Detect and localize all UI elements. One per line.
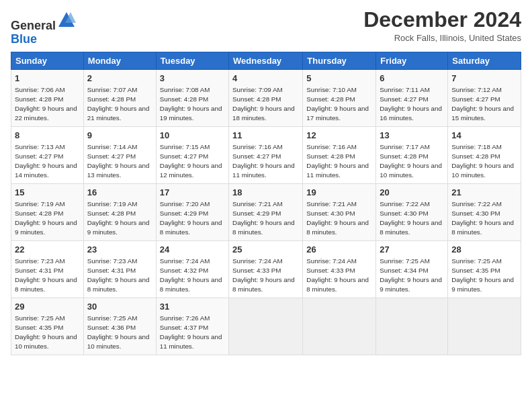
- calendar-day-cell: 18Sunrise: 7:21 AMSunset: 4:29 PMDayligh…: [229, 183, 303, 240]
- page-header: General Blue December 2024 Rock Falls, I…: [11, 8, 521, 46]
- calendar-day-cell: 2Sunrise: 7:07 AMSunset: 4:28 PMDaylight…: [83, 69, 156, 126]
- day-info: Sunrise: 7:25 AMSunset: 4:36 PMDaylight:…: [87, 314, 152, 352]
- calendar-day-cell: 26Sunrise: 7:24 AMSunset: 4:33 PMDayligh…: [303, 240, 376, 298]
- col-wednesday: Wednesday: [229, 52, 303, 69]
- day-info: Sunrise: 7:07 AMSunset: 4:28 PMDaylight:…: [87, 85, 152, 124]
- day-info: Sunrise: 7:26 AMSunset: 4:37 PMDaylight:…: [160, 314, 225, 352]
- day-info: Sunrise: 7:06 AMSunset: 4:28 PMDaylight:…: [15, 85, 80, 124]
- logo-text: General Blue: [11, 11, 76, 46]
- col-sunday: Sunday: [11, 52, 84, 69]
- calendar-header-row: Sunday Monday Tuesday Wednesday Thursday…: [11, 52, 521, 69]
- day-number: 8: [15, 130, 80, 142]
- logo-general: General: [11, 19, 56, 32]
- day-info: Sunrise: 7:13 AMSunset: 4:27 PMDaylight:…: [15, 142, 80, 181]
- day-number: 12: [306, 130, 372, 142]
- day-info: Sunrise: 7:10 AMSunset: 4:28 PMDaylight:…: [306, 85, 372, 124]
- col-saturday: Saturday: [448, 52, 521, 69]
- day-info: Sunrise: 7:25 AMSunset: 4:35 PMDaylight:…: [15, 314, 80, 352]
- calendar-day-cell: 14Sunrise: 7:18 AMSunset: 4:28 PMDayligh…: [448, 126, 521, 183]
- calendar-day-cell: 28Sunrise: 7:25 AMSunset: 4:35 PMDayligh…: [448, 240, 521, 298]
- day-info: Sunrise: 7:08 AMSunset: 4:28 PMDaylight:…: [160, 85, 225, 124]
- day-number: 19: [306, 187, 372, 199]
- calendar-day-cell: [376, 298, 448, 355]
- month-title: December 2024: [363, 8, 521, 32]
- day-number: 14: [451, 130, 517, 142]
- day-number: 30: [87, 301, 152, 313]
- calendar-day-cell: 17Sunrise: 7:20 AMSunset: 4:29 PMDayligh…: [156, 183, 228, 240]
- calendar-day-cell: 11Sunrise: 7:16 AMSunset: 4:27 PMDayligh…: [229, 126, 303, 183]
- calendar-week-row: 15Sunrise: 7:19 AMSunset: 4:28 PMDayligh…: [11, 183, 521, 240]
- day-number: 3: [160, 73, 225, 85]
- calendar-day-cell: 6Sunrise: 7:11 AMSunset: 4:27 PMDaylight…: [376, 69, 448, 126]
- day-number: 31: [160, 301, 225, 313]
- calendar-week-row: 22Sunrise: 7:23 AMSunset: 4:31 PMDayligh…: [11, 240, 521, 298]
- calendar-day-cell: [229, 298, 303, 355]
- day-info: Sunrise: 7:25 AMSunset: 4:35 PMDaylight:…: [451, 257, 517, 295]
- day-number: 29: [15, 301, 80, 313]
- logo-blue: Blue: [11, 32, 37, 46]
- day-info: Sunrise: 7:16 AMSunset: 4:27 PMDaylight:…: [232, 142, 299, 181]
- day-info: Sunrise: 7:20 AMSunset: 4:29 PMDaylight:…: [160, 199, 225, 238]
- calendar-day-cell: 3Sunrise: 7:08 AMSunset: 4:28 PMDaylight…: [156, 69, 228, 126]
- col-tuesday: Tuesday: [156, 52, 228, 69]
- day-info: Sunrise: 7:09 AMSunset: 4:28 PMDaylight:…: [232, 85, 299, 124]
- calendar-day-cell: 9Sunrise: 7:14 AMSunset: 4:27 PMDaylight…: [83, 126, 156, 183]
- day-number: 20: [380, 187, 444, 199]
- day-info: Sunrise: 7:22 AMSunset: 4:30 PMDaylight:…: [451, 199, 517, 238]
- page-container: General Blue December 2024 Rock Falls, I…: [0, 0, 532, 361]
- calendar-day-cell: 19Sunrise: 7:21 AMSunset: 4:30 PMDayligh…: [303, 183, 376, 240]
- calendar-day-cell: 25Sunrise: 7:24 AMSunset: 4:33 PMDayligh…: [229, 240, 303, 298]
- day-info: Sunrise: 7:14 AMSunset: 4:27 PMDaylight:…: [87, 142, 152, 181]
- day-number: 21: [451, 187, 517, 199]
- calendar-day-cell: 30Sunrise: 7:25 AMSunset: 4:36 PMDayligh…: [83, 298, 156, 355]
- day-number: 18: [232, 187, 299, 199]
- day-info: Sunrise: 7:16 AMSunset: 4:28 PMDaylight:…: [306, 142, 372, 181]
- calendar-day-cell: 31Sunrise: 7:26 AMSunset: 4:37 PMDayligh…: [156, 298, 228, 355]
- logo: General Blue: [11, 11, 76, 46]
- day-info: Sunrise: 7:25 AMSunset: 4:34 PMDaylight:…: [380, 257, 444, 295]
- calendar-day-cell: 8Sunrise: 7:13 AMSunset: 4:27 PMDaylight…: [11, 126, 84, 183]
- day-number: 1: [15, 73, 80, 85]
- calendar-week-row: 1Sunrise: 7:06 AMSunset: 4:28 PMDaylight…: [11, 69, 521, 126]
- day-info: Sunrise: 7:18 AMSunset: 4:28 PMDaylight:…: [451, 142, 517, 181]
- day-number: 16: [87, 187, 152, 199]
- calendar-table: Sunday Monday Tuesday Wednesday Thursday…: [11, 52, 521, 355]
- day-info: Sunrise: 7:24 AMSunset: 4:32 PMDaylight:…: [160, 257, 225, 295]
- day-info: Sunrise: 7:22 AMSunset: 4:30 PMDaylight:…: [380, 199, 444, 238]
- day-number: 15: [15, 187, 80, 199]
- calendar-day-cell: 20Sunrise: 7:22 AMSunset: 4:30 PMDayligh…: [376, 183, 448, 240]
- day-number: 28: [451, 244, 517, 256]
- col-friday: Friday: [376, 52, 448, 69]
- day-info: Sunrise: 7:17 AMSunset: 4:28 PMDaylight:…: [380, 142, 444, 181]
- day-number: 22: [15, 244, 80, 256]
- day-number: 10: [160, 130, 225, 142]
- calendar-day-cell: [448, 298, 521, 355]
- calendar-day-cell: 22Sunrise: 7:23 AMSunset: 4:31 PMDayligh…: [11, 240, 84, 298]
- calendar-day-cell: 12Sunrise: 7:16 AMSunset: 4:28 PMDayligh…: [303, 126, 376, 183]
- calendar-day-cell: 29Sunrise: 7:25 AMSunset: 4:35 PMDayligh…: [11, 298, 84, 355]
- calendar-day-cell: 1Sunrise: 7:06 AMSunset: 4:28 PMDaylight…: [11, 69, 84, 126]
- calendar-day-cell: 5Sunrise: 7:10 AMSunset: 4:28 PMDaylight…: [303, 69, 376, 126]
- day-number: 23: [87, 244, 152, 256]
- day-info: Sunrise: 7:21 AMSunset: 4:30 PMDaylight:…: [306, 199, 372, 238]
- logo-icon: [57, 11, 76, 30]
- day-number: 5: [306, 73, 372, 85]
- day-info: Sunrise: 7:12 AMSunset: 4:27 PMDaylight:…: [451, 85, 517, 124]
- calendar-day-cell: 15Sunrise: 7:19 AMSunset: 4:28 PMDayligh…: [11, 183, 84, 240]
- day-number: 11: [232, 130, 299, 142]
- calendar-day-cell: 10Sunrise: 7:15 AMSunset: 4:27 PMDayligh…: [156, 126, 228, 183]
- day-number: 17: [160, 187, 225, 199]
- calendar-day-cell: 27Sunrise: 7:25 AMSunset: 4:34 PMDayligh…: [376, 240, 448, 298]
- day-info: Sunrise: 7:19 AMSunset: 4:28 PMDaylight:…: [15, 199, 80, 238]
- day-number: 4: [232, 73, 299, 85]
- calendar-day-cell: 7Sunrise: 7:12 AMSunset: 4:27 PMDaylight…: [448, 69, 521, 126]
- calendar-day-cell: [303, 298, 376, 355]
- day-number: 7: [451, 73, 517, 85]
- location: Rock Falls, Illinois, United States: [363, 33, 521, 43]
- day-number: 13: [380, 130, 444, 142]
- day-info: Sunrise: 7:23 AMSunset: 4:31 PMDaylight:…: [87, 257, 152, 295]
- calendar-day-cell: 4Sunrise: 7:09 AMSunset: 4:28 PMDaylight…: [229, 69, 303, 126]
- day-number: 26: [306, 244, 372, 256]
- day-info: Sunrise: 7:11 AMSunset: 4:27 PMDaylight:…: [380, 85, 444, 124]
- day-number: 2: [87, 73, 152, 85]
